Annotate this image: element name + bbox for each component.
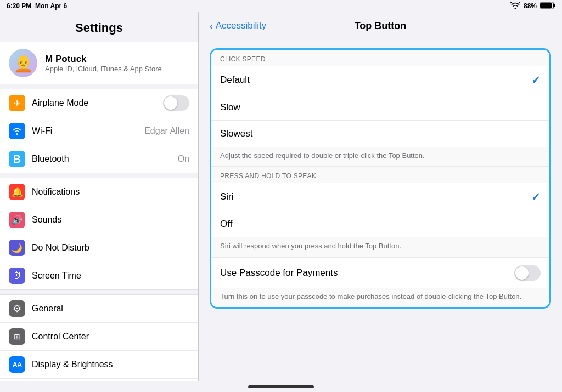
sidebar: Settings 🧑‍🦲 M Potuck Apple ID, iCloud, …	[0, 12, 199, 381]
sidebar-item-screen-time[interactable]: ⏱ Screen Time	[0, 262, 198, 289]
notifications-icon: 🔔	[9, 184, 25, 200]
passcode-payments-toggle[interactable]	[514, 265, 541, 281]
sounds-icon: 🔊	[9, 212, 25, 228]
status-time: 6:20 PM Mon Apr 6	[7, 2, 67, 10]
sidebar-item-control-center[interactable]: ⊞ Control Center	[0, 323, 198, 351]
general-label: General	[32, 304, 189, 314]
wifi-settings-icon	[9, 123, 25, 139]
passcode-payments-label: Use Passcode for Payments	[220, 268, 514, 279]
back-chevron-icon: ‹	[210, 20, 213, 31]
home-indicator	[0, 381, 562, 392]
home-bar	[248, 385, 314, 388]
back-button[interactable]: ‹ Accessibility	[210, 20, 266, 31]
passcode-payments-row[interactable]: Use Passcode for Payments	[211, 257, 549, 288]
click-speed-slowest-row[interactable]: Slowest	[211, 121, 549, 147]
notifications-label: Notifications	[32, 187, 189, 197]
detail-content: CLICK SPEED Default ✓ Slow Slowest Adjus…	[199, 39, 562, 381]
bluetooth-value: On	[178, 154, 189, 164]
user-subtitle: Apple ID, iCloud, iTunes & App Store	[45, 65, 162, 73]
press-hold-description: Siri will respond when you press and hol…	[211, 237, 549, 257]
sidebar-item-wifi[interactable]: Wi-Fi Edgar Allen	[0, 117, 198, 145]
click-speed-section-label: CLICK SPEED	[211, 50, 549, 66]
back-label[interactable]: Accessibility	[216, 20, 267, 31]
bluetooth-label: Bluetooth	[32, 154, 171, 164]
sidebar-item-sounds[interactable]: 🔊 Sounds	[0, 206, 198, 234]
user-name: M Potuck	[45, 54, 162, 65]
wifi-icon	[510, 2, 520, 11]
display-brightness-icon: AA	[9, 356, 25, 373]
wifi-value: Edgar Allen	[144, 126, 189, 136]
control-center-icon: ⊞	[9, 328, 25, 345]
user-profile[interactable]: 🧑‍🦲 M Potuck Apple ID, iCloud, iTunes & …	[0, 42, 198, 84]
screen-time-label: Screen Time	[32, 271, 189, 281]
press-hold-siri-check: ✓	[531, 190, 541, 203]
press-hold-off-label: Off	[220, 219, 541, 230]
detail-panel: ‹ Accessibility Top Button CLICK SPEED D…	[199, 12, 562, 381]
wifi-label: Wi-Fi	[32, 126, 138, 136]
user-info: M Potuck Apple ID, iCloud, iTunes & App …	[45, 54, 162, 73]
do-not-disturb-label: Do Not Disturb	[32, 243, 189, 253]
avatar: 🧑‍🦲	[9, 49, 37, 77]
sidebar-section-notifications: 🔔 Notifications 🔊 Sounds 🌙 Do Not Distur…	[0, 178, 198, 290]
press-hold-off-row[interactable]: Off	[211, 211, 549, 237]
press-hold-siri-label: Siri	[220, 191, 531, 202]
sidebar-section-connectivity: ✈ Airplane Mode Wi-Fi Edgar Allen B Blue…	[0, 89, 198, 173]
battery-percentage: 88%	[524, 2, 537, 10]
sidebar-item-display-brightness[interactable]: AA Display & Brightness	[0, 351, 198, 379]
sidebar-item-general[interactable]: ⚙ General	[0, 295, 198, 323]
airplane-mode-toggle[interactable]	[163, 95, 189, 111]
control-center-label: Control Center	[32, 332, 189, 342]
airplane-mode-icon: ✈	[9, 95, 25, 111]
detail-title: Top Button	[355, 20, 407, 32]
sidebar-item-airplane-mode[interactable]: ✈ Airplane Mode	[0, 89, 198, 117]
top-button-card: CLICK SPEED Default ✓ Slow Slowest Adjus…	[210, 48, 551, 309]
sidebar-item-bluetooth[interactable]: B Bluetooth On	[0, 145, 198, 173]
click-speed-description: Adjust the speed required to double or t…	[211, 147, 549, 167]
general-icon: ⚙	[9, 300, 25, 317]
status-bar: 6:20 PM Mon Apr 6 88%	[0, 0, 562, 12]
battery-icon	[540, 2, 555, 11]
click-speed-default-row[interactable]: Default ✓	[211, 66, 549, 94]
sidebar-item-notifications[interactable]: 🔔 Notifications	[0, 178, 198, 206]
passcode-payments-description: Turn this on to use your passcode to mak…	[211, 288, 549, 307]
click-speed-default-label: Default	[220, 75, 531, 86]
status-icons: 88%	[510, 2, 555, 11]
airplane-mode-label: Airplane Mode	[32, 98, 156, 108]
sidebar-title: Settings	[0, 12, 198, 42]
main-layout: Settings 🧑‍🦲 M Potuck Apple ID, iCloud, …	[0, 12, 562, 381]
click-speed-slowest-label: Slowest	[220, 128, 541, 139]
press-hold-siri-row[interactable]: Siri ✓	[211, 183, 549, 211]
do-not-disturb-icon: 🌙	[9, 240, 25, 256]
sidebar-section-general: ⚙ General ⊞ Control Center AA Display & …	[0, 294, 198, 381]
display-brightness-label: Display & Brightness	[32, 360, 189, 370]
svg-rect-2	[541, 2, 552, 8]
press-hold-section-label: PRESS AND HOLD TO SPEAK	[211, 167, 549, 183]
detail-header: ‹ Accessibility Top Button	[199, 12, 562, 39]
bluetooth-icon: B	[9, 151, 25, 167]
svg-rect-1	[554, 4, 555, 7]
click-speed-default-check: ✓	[531, 73, 541, 87]
click-speed-slow-row[interactable]: Slow	[211, 94, 549, 121]
sounds-label: Sounds	[32, 215, 189, 225]
sidebar-item-do-not-disturb[interactable]: 🌙 Do Not Disturb	[0, 234, 198, 262]
click-speed-slow-label: Slow	[220, 102, 541, 113]
screen-time-icon: ⏱	[9, 268, 25, 284]
